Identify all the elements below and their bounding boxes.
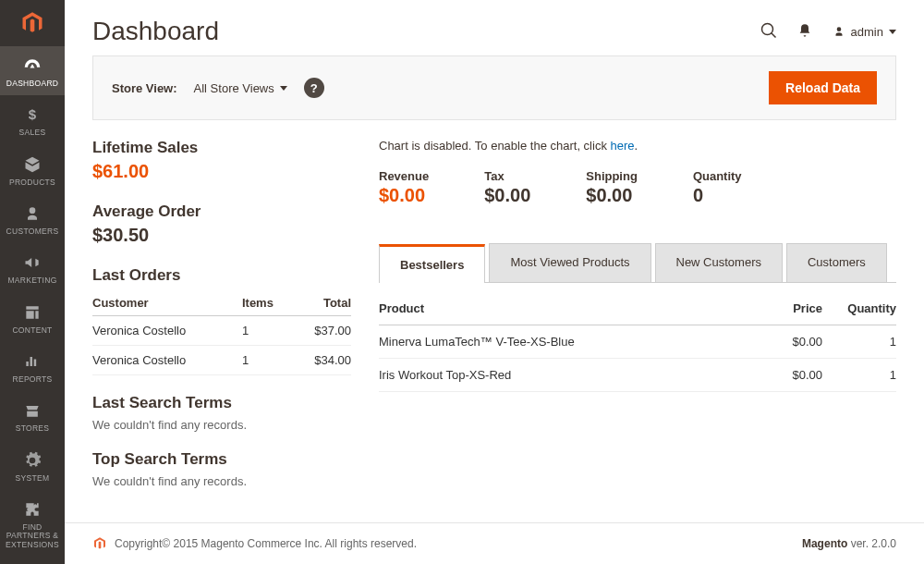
tax-value: $0.00 — [484, 185, 530, 206]
search-icon[interactable] — [760, 22, 777, 42]
nav-products[interactable]: PRODUCTS — [0, 145, 65, 194]
nav-marketing[interactable]: MARKETING — [0, 243, 65, 292]
revenue-label: Revenue — [379, 169, 429, 183]
store-view-label: Store View: — [112, 81, 177, 95]
nav-system[interactable]: SYSTEM — [0, 441, 65, 490]
average-order-value: $30.50 — [92, 225, 351, 246]
quantity-value: 0 — [693, 185, 742, 206]
chevron-down-icon — [889, 30, 896, 34]
user-icon — [833, 25, 845, 38]
cell-customer: Veronica Costello — [92, 316, 242, 346]
nav-label: CUSTOMERS — [6, 227, 59, 236]
nav-content[interactable]: CONTENT — [0, 293, 65, 342]
tab-customers[interactable]: Customers — [786, 243, 887, 282]
cell-price: $0.00 — [748, 325, 822, 359]
magento-logo[interactable] — [0, 0, 65, 46]
svg-text:$: $ — [29, 106, 37, 122]
tab-bestsellers[interactable]: Bestsellers — [379, 244, 485, 283]
tab-most-viewed[interactable]: Most Viewed Products — [489, 243, 650, 282]
layout-icon — [22, 302, 43, 323]
last-orders-title: Last Orders — [92, 266, 351, 285]
col-total: Total — [292, 290, 351, 316]
bell-icon[interactable] — [797, 23, 812, 41]
sidebar: DASHBOARD $ SALES PRODUCTS CUSTOMERS MAR… — [0, 0, 65, 564]
nav-label: DASHBOARD — [6, 80, 59, 88]
tabs: Bestsellers Most Viewed Products New Cus… — [379, 243, 896, 283]
dollar-icon: $ — [22, 104, 43, 125]
chart-icon — [22, 351, 43, 372]
cell-price: $0.00 — [748, 359, 822, 392]
bestsellers-table: Product Price Quantity Minerva LumaTech™… — [379, 292, 896, 392]
cell-items: 1 — [242, 316, 292, 346]
col-quantity: Quantity — [822, 292, 896, 325]
cell-product: Iris Workout Top-XS-Red — [379, 359, 748, 392]
nav-label: MARKETING — [7, 276, 56, 285]
table-row[interactable]: Minerva LumaTech™ V-Tee-XS-Blue $0.00 1 — [379, 325, 896, 359]
box-icon — [22, 154, 43, 175]
lifetime-sales-title: Lifetime Sales — [92, 139, 351, 157]
magento-icon — [92, 536, 107, 551]
quantity-label: Quantity — [693, 169, 742, 183]
chart-notice: Chart is disabled. To enable the chart, … — [379, 139, 896, 153]
nav-partners[interactable]: FIND PARTNERS & EXTENSIONS — [0, 490, 65, 557]
last-orders-table: Customer Items Total Veronica Costello 1… — [92, 290, 351, 375]
table-row[interactable]: Veronica Costello 1 $37.00 — [92, 316, 351, 346]
nav-dashboard[interactable]: DASHBOARD — [0, 46, 65, 95]
top-search-empty: We couldn't find any records. — [92, 474, 351, 488]
table-row[interactable]: Iris Workout Top-XS-Red $0.00 1 — [379, 359, 896, 392]
tax-label: Tax — [484, 169, 530, 183]
chart-notice-post: . — [635, 139, 638, 153]
col-items: Items — [242, 290, 292, 316]
store-icon — [22, 400, 43, 421]
footer: Copyright© 2015 Magento Commerce Inc. Al… — [65, 522, 924, 564]
revenue-value: $0.00 — [379, 185, 429, 206]
admin-menu[interactable]: admin — [833, 25, 896, 39]
cell-total: $37.00 — [292, 316, 351, 346]
nav-sales[interactable]: $ SALES — [0, 95, 65, 144]
lifetime-sales-value: $61.00 — [92, 161, 351, 182]
nav-label: FIND PARTNERS & EXTENSIONS — [0, 523, 65, 549]
col-price: Price — [748, 292, 822, 325]
nav-stores[interactable]: STORES — [0, 391, 65, 440]
store-view-select[interactable]: All Store Views — [194, 81, 287, 95]
cell-product: Minerva LumaTech™ V-Tee-XS-Blue — [379, 325, 748, 359]
copyright: Copyright© 2015 Magento Commerce Inc. Al… — [115, 537, 417, 550]
gear-icon — [22, 450, 43, 471]
top-search-title: Top Search Terms — [92, 450, 351, 469]
chart-enable-link[interactable]: here — [611, 139, 635, 153]
main: Dashboard admin Store View: All Store Vi… — [65, 0, 924, 564]
store-view-value: All Store Views — [194, 81, 274, 95]
chart-notice-pre: Chart is disabled. To enable the chart, … — [379, 139, 611, 153]
nav-label: REPORTS — [12, 375, 52, 384]
person-icon — [22, 203, 43, 224]
table-row[interactable]: Veronica Costello 1 $34.00 — [92, 346, 351, 375]
cell-total: $34.00 — [292, 346, 351, 375]
nav-reports[interactable]: REPORTS — [0, 342, 65, 391]
help-icon[interactable]: ? — [304, 78, 324, 98]
cell-items: 1 — [242, 346, 292, 375]
page-title: Dashboard — [92, 17, 219, 46]
cell-qty: 1 — [822, 325, 896, 359]
last-search-title: Last Search Terms — [92, 394, 351, 412]
average-order-title: Average Order — [92, 202, 351, 221]
admin-username: admin — [851, 25, 883, 39]
gauge-icon — [22, 55, 43, 76]
shipping-label: Shipping — [586, 169, 638, 183]
megaphone-icon — [22, 252, 43, 273]
nav-customers[interactable]: CUSTOMERS — [0, 194, 65, 243]
nav-label: STORES — [16, 424, 50, 433]
nav-label: CONTENT — [12, 326, 52, 335]
cell-customer: Veronica Costello — [92, 346, 242, 375]
cell-qty: 1 — [822, 359, 896, 392]
nav-label: SALES — [19, 129, 46, 137]
last-search-empty: We couldn't find any records. — [92, 418, 351, 432]
toolbar: Store View: All Store Views ? Reload Dat… — [92, 55, 896, 120]
footer-brand: Magento — [802, 537, 847, 550]
footer-version: ver. 2.0.0 — [847, 537, 896, 550]
puzzle-icon — [22, 499, 43, 520]
nav-label: PRODUCTS — [9, 178, 55, 187]
nav-label: SYSTEM — [16, 474, 50, 483]
reload-button[interactable]: Reload Data — [769, 71, 877, 104]
tab-new-customers[interactable]: New Customers — [655, 243, 783, 282]
chevron-down-icon — [280, 86, 287, 91]
